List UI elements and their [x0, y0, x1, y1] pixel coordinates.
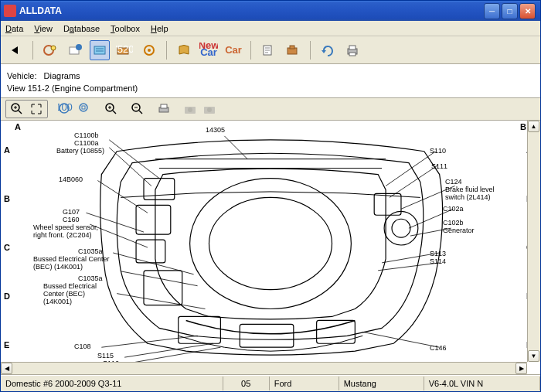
- svg-rect-22: [82, 106, 85, 109]
- maximize-button[interactable]: □: [502, 3, 518, 19]
- info-bar: Vehicle: Diagrams View 151-2 (Engine Com…: [1, 64, 540, 97]
- grid-top: AB: [15, 122, 526, 131]
- tool-icon-6[interactable]: [174, 40, 194, 60]
- zoom-out-button[interactable]: [129, 101, 146, 117]
- svg-rect-4: [94, 46, 105, 54]
- menu-data[interactable]: Data: [5, 24, 23, 33]
- scroll-right-button[interactable]: ▶: [515, 363, 527, 374]
- back-button[interactable]: [5, 40, 26, 60]
- svg-rect-16: [349, 46, 356, 49]
- tool-icon-2[interactable]: [65, 40, 85, 60]
- svg-point-37: [384, 211, 418, 245]
- svg-line-45: [97, 181, 148, 213]
- print-view-button[interactable]: [155, 101, 172, 117]
- car-button[interactable]: Car: [223, 40, 243, 60]
- svg-line-52: [124, 343, 213, 357]
- status-model: Mustang: [339, 377, 424, 390]
- svg-text:100: 100: [58, 102, 73, 113]
- tool-icon-1[interactable]: [40, 40, 60, 60]
- vertical-scrollbar[interactable]: ▲ ▼: [527, 121, 540, 362]
- callout-14b060: 14B060: [59, 176, 83, 184]
- menu-help[interactable]: Help: [151, 24, 168, 33]
- svg-line-62: [362, 332, 439, 347]
- callout-bec2: Bussed Electrical Center (BEC) (14K001): [43, 283, 97, 306]
- callout-c108: C108: [74, 343, 91, 351]
- svg-text:Car: Car: [200, 46, 217, 58]
- app-icon: [4, 5, 16, 17]
- horizontal-scrollbar[interactable]: ◀ ▶: [1, 362, 527, 374]
- grid-left: ABCDE: [4, 121, 15, 374]
- minimize-button[interactable]: ─: [484, 3, 500, 19]
- tool-icon-5[interactable]: [139, 40, 159, 60]
- svg-rect-14: [290, 46, 294, 49]
- tool-icon-9[interactable]: [258, 40, 278, 60]
- menu-toolbox[interactable]: Toolbox: [111, 24, 140, 33]
- scroll-left-button[interactable]: ◀: [1, 363, 12, 374]
- svg-line-55: [386, 152, 436, 186]
- page-subtitle: View 151-2 (Engine Compartment): [7, 84, 534, 93]
- status-year: 05: [223, 377, 270, 390]
- status-make: Ford: [270, 377, 339, 390]
- callout-gen: Generator: [443, 227, 475, 235]
- svg-rect-17: [349, 53, 356, 56]
- callout-bec1: Bussed Electrical Center (BEC) (14K001): [33, 256, 110, 271]
- tool-icon-4[interactable]: 7520: [114, 40, 134, 60]
- svg-point-8: [148, 49, 151, 52]
- scroll-up-button[interactable]: ▲: [528, 121, 539, 132]
- callout-battery: Battery (10855): [56, 148, 104, 155]
- zoom-in-button[interactable]: [9, 101, 26, 117]
- svg-point-38: [392, 219, 410, 237]
- zoom-100-button[interactable]: 100: [57, 101, 74, 117]
- callout-c146: C146: [430, 345, 447, 353]
- title-bar: ALLDATA ─ □ ✕: [1, 1, 540, 21]
- status-db: Domestic #6 2000-2009 Q3-11: [1, 377, 223, 390]
- svg-rect-40: [179, 316, 221, 343]
- callout-s110: S110: [430, 148, 446, 155]
- svg-line-50: [117, 294, 205, 309]
- svg-line-48: [113, 253, 193, 274]
- svg-line-54: [224, 136, 247, 159]
- window-title: ALLDATA: [19, 5, 484, 16]
- svg-rect-34: [136, 205, 171, 234]
- svg-rect-41: [240, 324, 294, 347]
- view-toolbar: 100: [1, 97, 540, 121]
- svg-point-1: [51, 46, 56, 50]
- camera-2-button[interactable]: [201, 101, 218, 117]
- menu-database[interactable]: Database: [63, 24, 100, 33]
- close-button[interactable]: ✕: [519, 3, 536, 19]
- tool-icon-3[interactable]: [90, 40, 110, 60]
- svg-text:7520: 7520: [116, 43, 133, 55]
- fit-button[interactable]: [28, 101, 45, 117]
- svg-line-44: [109, 148, 151, 186]
- svg-rect-35: [136, 240, 165, 263]
- svg-rect-26: [161, 104, 167, 108]
- callout-brake: Brake fluid level switch (2L414): [445, 186, 495, 202]
- main-toolbar: 7520 NewCar Car: [1, 36, 540, 64]
- callout-wss: Wheel speed sensor, right front. (2C204): [33, 224, 98, 240]
- menu-view[interactable]: View: [34, 24, 53, 33]
- callout-14305: 14305: [206, 127, 225, 135]
- svg-point-30: [207, 107, 212, 112]
- zoom-in-2-button[interactable]: [103, 101, 120, 117]
- page-title: Vehicle: Diagrams: [7, 66, 534, 83]
- tool-icon-10[interactable]: [283, 40, 303, 60]
- callout-s114: S114: [430, 258, 446, 266]
- scroll-down-button[interactable]: ▼: [528, 350, 539, 362]
- status-bar: Domestic #6 2000-2009 Q3-11 05 Ford Must…: [1, 375, 540, 390]
- tool-icon-11[interactable]: [318, 40, 338, 60]
- svg-text:Car: Car: [225, 44, 242, 56]
- diagram-viewport[interactable]: AB ABCDE ABCDE 14305 C1100b C1100a Batte…: [1, 121, 540, 375]
- svg-line-49: [121, 271, 197, 286]
- new-car-button[interactable]: NewCar: [199, 40, 219, 60]
- status-engine: V6-4.0L VIN N: [424, 377, 540, 390]
- menu-bar: Data View Database Toolbox Help: [1, 21, 540, 36]
- camera-1-button[interactable]: [182, 101, 199, 117]
- callout-c102a: C102a: [443, 206, 464, 213]
- svg-point-21: [80, 104, 87, 111]
- svg-point-3: [76, 44, 82, 50]
- svg-rect-36: [144, 271, 182, 305]
- print-button[interactable]: [342, 40, 362, 60]
- svg-line-43: [109, 140, 159, 179]
- zoom-region-button[interactable]: [77, 101, 94, 117]
- svg-point-28: [188, 107, 192, 112]
